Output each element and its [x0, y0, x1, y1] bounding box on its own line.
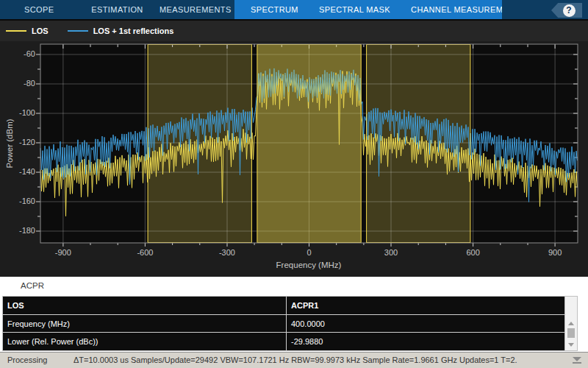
legend-label: LOS + 1st reflections: [93, 26, 174, 35]
legend-bar: LOS LOS + 1st reflections: [0, 21, 588, 41]
tab-scope[interactable]: SCOPE: [0, 0, 78, 19]
row-label: Frequency (MHz): [3, 315, 287, 332]
column-header-los: LOS: [3, 297, 287, 314]
lower-rel-power-value: -29.9880: [287, 333, 564, 350]
acpr-title: ACPR: [21, 281, 44, 290]
x-tick-label: 600: [451, 248, 495, 257]
status-metrics: ΔT=10.0003 us Samples/Update=29492 VBW=1…: [74, 355, 517, 364]
los-reflections-line-swatch: [68, 30, 88, 32]
x-tick-label: 300: [369, 248, 413, 257]
y-tick-label: -180: [0, 226, 35, 235]
spectrum-plot-panel: -180-160-140-120-100-80-60 -900-600-3000…: [0, 41, 588, 277]
tabgroup-measurements: SPECTRUM SPECTRAL MASK CHANNEL MEASUREME…: [234, 0, 502, 19]
y-tick-label: -80: [0, 79, 35, 88]
status-bar: Processing ΔT=10.0003 us Samples/Update=…: [0, 352, 588, 368]
table-row-lower-rel-power: Lower (Rel. Power (dBc)) -29.9880: [3, 333, 564, 350]
y-tick-label: -160: [0, 197, 35, 205]
table-row-frequency: Frequency (MHz) 400.0000: [3, 315, 564, 333]
table-scrollbar[interactable]: [564, 297, 577, 350]
toolstrip-tabbar: SCOPE ESTIMATION MEASUREMENTS SPECTRUM S…: [0, 0, 588, 21]
scroll-to-bottom-icon[interactable]: [573, 357, 581, 364]
column-header-acpr1: ACPR1: [287, 297, 564, 314]
legend-label: LOS: [32, 26, 49, 35]
legend-item-los[interactable]: LOS: [6, 26, 49, 35]
x-tick-label: -600: [123, 248, 167, 257]
y-tick-label: -60: [0, 49, 35, 58]
x-tick-label: 900: [533, 248, 577, 257]
help-icon: ?: [563, 4, 576, 17]
x-tick-label: 0: [287, 248, 331, 257]
frequency-value: 400.0000: [287, 315, 564, 332]
spectrum-analyzer-window: SCOPE ESTIMATION MEASUREMENTS SPECTRUM S…: [0, 0, 588, 368]
scroll-down-icon[interactable]: [568, 343, 574, 347]
x-axis-label: Frequency (MHz): [276, 261, 342, 269]
tab-estimation[interactable]: ESTIMATION: [78, 0, 156, 19]
table-header-row: LOS ACPR1: [3, 297, 564, 315]
x-tick-label: -300: [205, 248, 249, 257]
row-label: Lower (Rel. Power (dBc)): [3, 333, 287, 350]
y-tick-label: -140: [0, 167, 35, 176]
status-state: Processing: [7, 355, 47, 364]
legend-item-los-reflections[interactable]: LOS + 1st reflections: [68, 26, 174, 35]
x-tick-label: -900: [41, 248, 85, 257]
los-line-swatch: [6, 30, 26, 32]
tab-spectrum[interactable]: SPECTRUM: [240, 0, 309, 19]
scrollbar-thumb[interactable]: [567, 328, 575, 338]
tabgroup-scope: SCOPE ESTIMATION MEASUREMENTS: [0, 0, 234, 19]
acpr-table: LOS ACPR1 Frequency (MHz) 400.0000 Lower…: [2, 296, 578, 351]
acpr-panel: ACPR LOS ACPR1 Frequency (MHz) 400.0000 …: [0, 277, 588, 352]
tab-spectral-mask[interactable]: SPECTRAL MASK: [309, 0, 401, 19]
tab-measurements[interactable]: MEASUREMENTS: [157, 0, 234, 19]
y-axis-label: Power (dBm): [5, 118, 14, 168]
scroll-up-icon[interactable]: [568, 322, 574, 325]
spectrum-plot: [0, 41, 588, 277]
y-tick-label: -100: [0, 108, 35, 117]
